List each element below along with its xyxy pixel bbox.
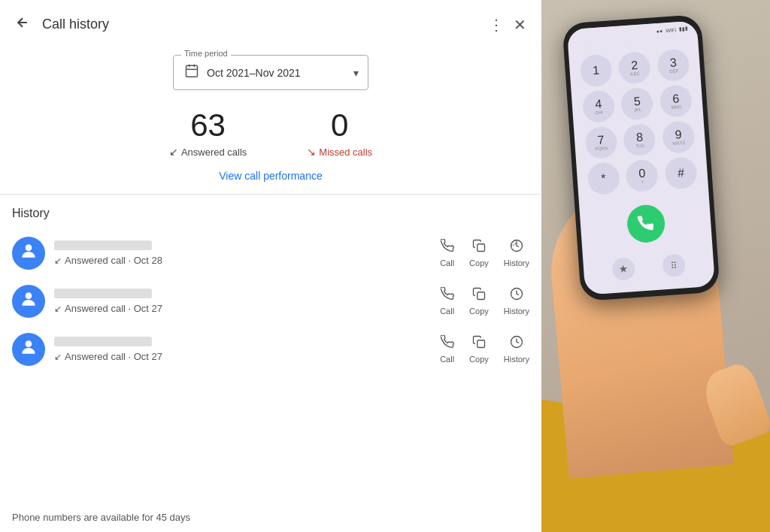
dial-key-star[interactable]: * [587,162,620,195]
missed-count: 0 [331,108,348,143]
dial-key-6[interactable]: 6MNO [659,84,693,118]
missed-label: Missed calls [319,147,372,158]
person-icon [19,241,38,265]
missed-label-row: ↘ Missed calls [307,146,372,158]
svg-rect-5 [477,244,485,252]
call-item: ↙ Answered call · Oct 27 Call [12,277,529,325]
history-button[interactable]: History [504,239,529,268]
phone-icon [441,239,454,256]
right-panel: ●● WiFi ▮▮▮ 1 2ABC 3DEF 4GHI 5JKL 6MNO 7… [541,0,770,532]
time-period-select[interactable]: Time period Oct 2021–Nov 2021 ▾ [173,55,368,90]
call-label: Call [440,355,454,364]
call-button[interactable]: Call [440,239,454,268]
dropdown-arrow-icon: ▾ [353,67,359,79]
call-button[interactable]: Call [440,287,454,316]
call-detail-text: Answered call · Oct 28 [65,255,162,266]
dial-key-2[interactable]: 2ABC [618,51,652,85]
phone-icon [441,287,454,304]
answered-call-icon: ↙ [54,255,62,266]
call-detail: ↙ Answered call · Oct 28 [54,255,431,266]
copy-icon [472,239,486,256]
answered-stat: 63 ↙ Answered calls [169,108,247,158]
copy-label: Copy [469,258,489,268]
dial-key-4[interactable]: 4GHI [582,89,616,123]
svg-rect-8 [477,292,485,300]
dial-key-8[interactable]: 8TUV [623,123,656,157]
copy-button[interactable]: Copy [469,239,489,268]
bottom-dial-icon[interactable]: ⠿ [662,253,686,277]
call-actions: Call Copy [440,239,529,268]
dial-key-5[interactable]: 5JKL [620,87,654,121]
history-title: History [12,207,529,220]
copy-button[interactable]: Copy [469,335,489,364]
call-detail-text: Answered call · Oct 27 [65,351,162,362]
more-options-button[interactable]: ⋮ [483,13,511,37]
answered-call-icon: ↙ [54,304,62,314]
time-period-section: Time period Oct 2021–Nov 2021 ▾ [0,46,541,102]
svg-point-10 [26,341,32,348]
copy-button[interactable]: Copy [469,287,489,316]
view-performance-link[interactable]: View call performance [219,170,322,182]
phone-icon [441,335,454,352]
page-title: Call history [42,17,483,32]
copy-label: Copy [469,355,489,364]
avatar [12,237,45,270]
history-section: History ↙ Answered call · Oc [0,195,541,379]
call-detail: ↙ Answered call · Oct 27 [54,351,431,362]
close-button[interactable]: ✕ [511,13,529,37]
dial-key-1[interactable]: 1 [579,53,613,87]
history-button[interactable]: History [504,287,529,316]
call-name-blur [54,289,152,298]
time-period-label: Time period [181,49,231,58]
history-label: History [504,307,529,316]
call-history-panel: Call history ⋮ ✕ Time period Oct 2021–No… [0,0,541,532]
answered-label-row: ↙ Answered calls [169,146,247,158]
avatar [12,285,45,318]
dial-key-9[interactable]: 9WXYZ [662,120,696,154]
call-detail: ↙ Answered call · Oct 27 [54,303,431,314]
call-name-blur [54,240,152,250]
dial-key-hash[interactable]: # [664,156,698,190]
bottom-star-icon[interactable]: ★ [612,257,636,281]
history-icon [510,335,523,352]
answered-count: 63 [190,108,226,143]
copy-label: Copy [469,307,489,316]
answered-label: Answered calls [181,147,247,158]
person-icon [19,289,38,313]
call-actions: Call Copy [440,287,529,316]
green-call-button[interactable] [626,204,665,243]
call-info: ↙ Answered call · Oct 28 [54,240,431,266]
header: Call history ⋮ ✕ [0,0,541,46]
answered-icon: ↙ [169,146,178,158]
svg-rect-0 [186,65,198,77]
history-label: History [504,258,529,268]
call-name-blur [54,337,152,346]
missed-icon: ↘ [307,146,316,158]
dial-key-3[interactable]: 3DEF [656,48,690,82]
call-button[interactable]: Call [440,335,454,364]
dial-key-7[interactable]: 7PQRS [584,125,618,159]
copy-icon [472,287,486,304]
missed-stat: 0 ↘ Missed calls [307,108,372,158]
back-button[interactable] [12,12,33,37]
svg-point-7 [26,293,32,300]
call-info: ↙ Answered call · Oct 27 [54,289,431,314]
call-list: ↙ Answered call · Oct 28 Call [12,229,529,373]
stats-section: 63 ↙ Answered calls 0 ↘ Missed calls [0,102,541,161]
person-icon [19,337,38,361]
dial-key-0[interactable]: 0+ [626,159,659,193]
svg-rect-11 [477,340,485,348]
history-label: History [504,355,529,364]
avatar [12,333,45,366]
history-button[interactable]: History [504,335,529,364]
dialpad: 1 2ABC 3DEF 4GHI 5JKL 6MNO 7PQRS 8TUV 9W… [568,41,709,202]
call-detail-text: Answered call · Oct 27 [65,303,162,314]
answered-call-icon: ↙ [54,352,62,362]
call-item: ↙ Answered call · Oct 28 Call [12,229,529,277]
view-performance-section: View call performance [0,161,541,194]
call-label: Call [440,258,454,268]
call-info: ↙ Answered call · Oct 27 [54,337,431,362]
call-actions: Call Copy [440,335,529,364]
svg-point-4 [26,245,32,252]
calendar-icon [184,63,199,82]
